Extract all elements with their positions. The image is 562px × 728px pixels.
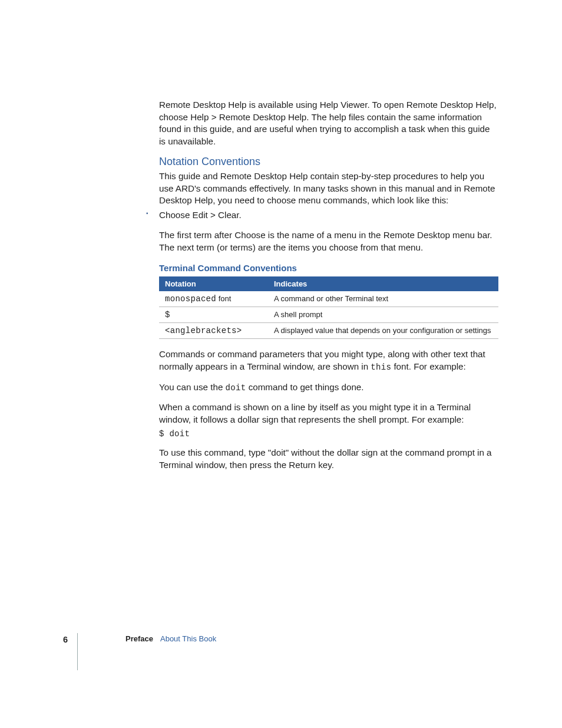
code-line: $ doit [159,429,498,439]
footer-chapter-name: About This Book [160,634,216,643]
cell-notation: <anglebrackets> [159,323,268,339]
mono-text: $ [165,310,170,319]
section-heading-notation-conventions: Notation Conventions [159,156,498,168]
notation-table: Notation Indicates monospaced font A com… [159,276,498,339]
after-para-4: To use this command, type "doit" without… [159,447,498,471]
after-para-2: You can use the doit command to get thin… [159,381,498,394]
footer-text: PrefaceAbout This Book [125,634,216,643]
intro-paragraph: Remote Desktop Help is available using H… [159,99,498,147]
page-number: 6 [63,635,68,644]
text-run: You can use the [159,382,226,392]
after-para-1: Commands or command parameters that you … [159,348,498,373]
footer-section-name: Preface [125,634,153,643]
cell-indicates: A command or other Terminal text [268,291,498,307]
page-footer: 6 PrefaceAbout This Book [63,634,499,645]
page: Remote Desktop Help is available using H… [0,0,562,728]
section-para-2: The first term after Choose is the name … [159,229,498,253]
text-run: command to get things done. [246,382,363,392]
cell-notation: $ [159,307,268,323]
mono-text: doit [226,383,246,393]
table-row: <anglebrackets> A displayed value that d… [159,323,498,339]
table-row: $ A shell prompt [159,307,498,323]
footer-separator [77,633,78,670]
cell-indicates: A shell prompt [268,307,498,323]
mono-text: this [371,363,391,372]
tail-text: font [216,294,231,303]
subheading-terminal-command-conventions: Terminal Command Conventions [159,263,498,273]
cell-notation: monospaced font [159,291,268,307]
mono-text: monospaced [165,294,216,304]
table-row: monospaced font A command or other Termi… [159,291,498,307]
table-header-indicates: Indicates [268,276,498,291]
section-para-1: This guide and Remote Desktop Help conta… [159,170,498,207]
mono-text: <anglebrackets> [165,326,242,335]
table-header-notation: Notation [159,276,268,291]
content-column: Remote Desktop Help is available using H… [159,99,498,480]
table-header-row: Notation Indicates [159,276,498,291]
bullet-choose-edit-clear: Choose Edit > Clear. [146,209,498,222]
after-para-3: When a command is shown on a line by its… [159,401,498,426]
cell-indicates: A displayed value that depends on your c… [268,323,498,339]
text-run: font. For example: [391,361,466,371]
